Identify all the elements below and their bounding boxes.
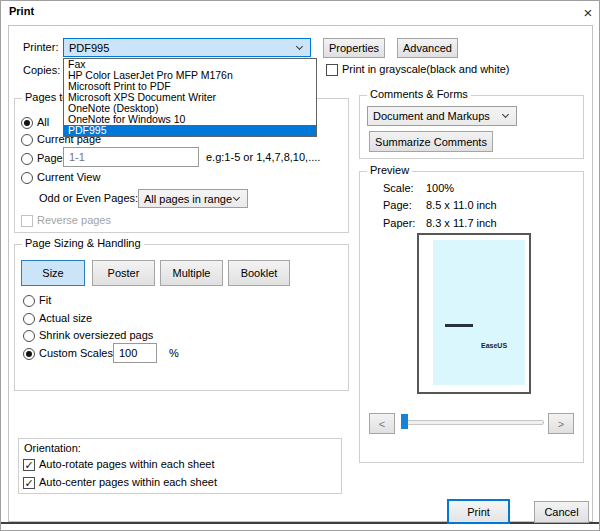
auto-rotate-checkbox[interactable]: ✓ bbox=[23, 459, 35, 471]
radio-all[interactable] bbox=[21, 117, 33, 129]
window-title: Print bbox=[9, 5, 34, 18]
printer-option[interactable]: Microsoft Print to PDF bbox=[64, 81, 316, 92]
grayscale-checkbox[interactable] bbox=[326, 64, 338, 76]
properties-button[interactable]: Properties bbox=[323, 38, 385, 58]
printer-option-selected[interactable]: PDF995 bbox=[64, 125, 316, 136]
radio-shrink[interactable] bbox=[23, 330, 35, 342]
printer-option[interactable]: OneNote (Desktop) bbox=[64, 103, 316, 114]
reverse-pages-checkbox[interactable] bbox=[21, 215, 33, 227]
radio-custom-scale[interactable] bbox=[23, 348, 35, 360]
auto-center-checkbox[interactable]: ✓ bbox=[23, 477, 35, 489]
comments-forms-combobox[interactable]: Document and Markups bbox=[367, 106, 517, 126]
radio-current-view[interactable] bbox=[21, 172, 33, 184]
poster-button[interactable]: Poster bbox=[92, 260, 155, 286]
comments-forms-combobox-value: Document and Markups bbox=[373, 110, 490, 122]
printer-dropdown-list: Fax HP Color LaserJet Pro MFP M176n Micr… bbox=[63, 58, 317, 137]
multiple-button[interactable]: Multiple bbox=[160, 260, 223, 286]
printer-option[interactable]: Microsoft XPS Document Writer bbox=[64, 92, 316, 103]
preview-paper: EaseUS bbox=[417, 233, 531, 394]
cancel-button[interactable]: Cancel bbox=[534, 501, 589, 523]
printer-combobox[interactable]: PDF995 bbox=[63, 38, 311, 57]
bottom-edge bbox=[1, 522, 600, 524]
preview-slider-thumb[interactable] bbox=[401, 414, 408, 429]
chevron-down-icon bbox=[502, 111, 509, 118]
advanced-button[interactable]: Advanced bbox=[397, 38, 458, 58]
chevron-down-icon bbox=[296, 42, 303, 49]
preview-prev-button[interactable]: < bbox=[369, 413, 395, 434]
preview-watermark: EaseUS bbox=[481, 342, 507, 349]
radio-actual-size[interactable] bbox=[23, 313, 35, 325]
printer-combobox-value: PDF995 bbox=[69, 42, 109, 54]
printer-option[interactable]: Fax bbox=[64, 59, 316, 70]
orientation-group bbox=[18, 438, 342, 494]
radio-pages[interactable] bbox=[21, 153, 33, 165]
print-dialog: Print × Printer: PDF995 Properties Advan… bbox=[0, 0, 600, 531]
custom-scale-input[interactable]: 100 bbox=[113, 343, 157, 363]
preview-fine-print bbox=[445, 324, 473, 327]
booklet-button[interactable]: Booklet bbox=[228, 260, 290, 286]
printer-option[interactable]: OneNote for Windows 10 bbox=[64, 114, 316, 125]
chevron-down-icon bbox=[233, 193, 240, 200]
summarize-comments-button[interactable]: Summarize Comments bbox=[369, 131, 493, 152]
preview-slider-track[interactable] bbox=[401, 420, 544, 425]
radio-current-page[interactable] bbox=[21, 134, 33, 146]
radio-fit[interactable] bbox=[23, 295, 35, 307]
odd-even-combobox[interactable]: All pages in range bbox=[138, 189, 248, 208]
print-button[interactable]: Print bbox=[447, 499, 510, 524]
preview-page-area: EaseUS bbox=[433, 240, 525, 385]
printer-option[interactable]: HP Color LaserJet Pro MFP M176n bbox=[64, 70, 316, 81]
size-button[interactable]: Size bbox=[21, 260, 85, 286]
odd-even-combobox-value: All pages in range bbox=[144, 193, 232, 205]
preview-next-button[interactable]: > bbox=[548, 413, 574, 434]
close-icon[interactable]: × bbox=[579, 3, 597, 21]
pages-range-input[interactable]: 1-1 bbox=[63, 147, 199, 167]
